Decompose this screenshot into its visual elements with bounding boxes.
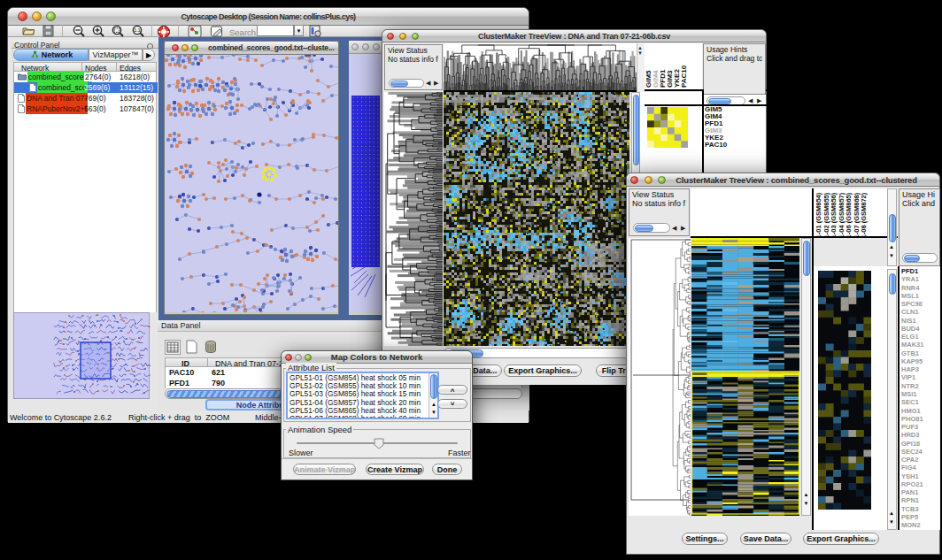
svg-text:PAC10: PAC10 (680, 65, 688, 88)
svg-text:GPL51-01 (GSM854): GPL51-01 (GSM854) (815, 192, 822, 236)
svg-text:GPL51-08 (GSM872): GPL51-08 (GSM872) (860, 192, 868, 236)
svg-text:1:1: 1:1 (135, 27, 141, 33)
svg-text:GPL51-06 (GSM865): GPL51-06 (GSM865) (845, 192, 853, 236)
svg-text:GPL51-03 (GSM856): GPL51-03 (GSM856) (830, 192, 838, 236)
